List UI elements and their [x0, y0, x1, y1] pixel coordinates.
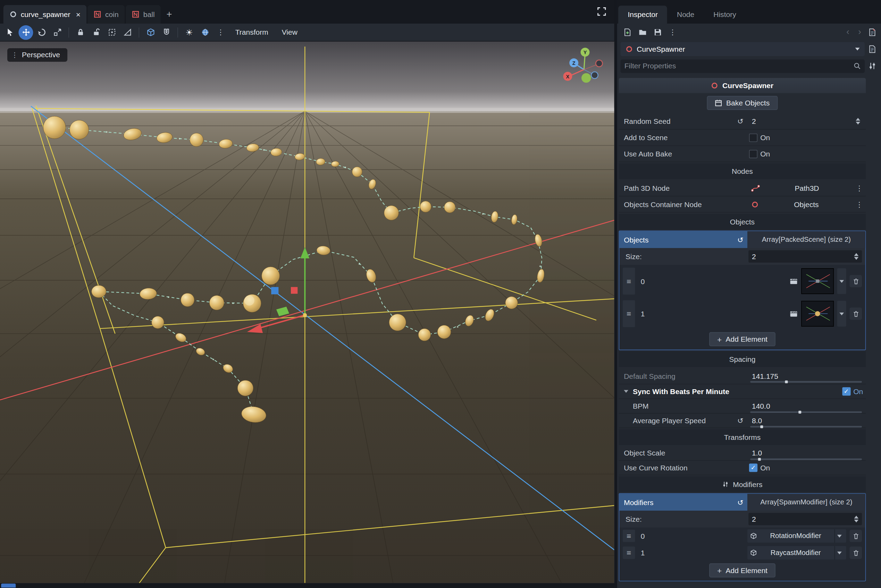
load-resource-button[interactable]	[636, 26, 649, 39]
tab-node[interactable]: Node	[667, 6, 704, 24]
slider-track[interactable]	[750, 411, 862, 413]
tab-history[interactable]: History	[704, 6, 746, 24]
filter-properties-field[interactable]	[620, 59, 865, 73]
group-header-nodes[interactable]: Nodes	[619, 164, 866, 179]
bake-objects-button[interactable]: Bake Objects	[707, 96, 777, 110]
add-element-button[interactable]: +Add Element	[709, 332, 775, 346]
rotation-modifier-resource[interactable]: RotationModifier	[747, 529, 846, 543]
tab-inspector[interactable]: Inspector	[618, 6, 668, 24]
path3d-node-assign-button[interactable]: Path3D	[749, 181, 853, 195]
unlock-button[interactable]	[89, 25, 104, 39]
environment-toggle[interactable]	[197, 25, 212, 39]
perspective-menu-button[interactable]: ⋮ Perspective	[7, 48, 67, 62]
viewport-menu-button[interactable]: ⋮	[213, 25, 228, 39]
group-header-modifiers[interactable]: Modifiers	[619, 476, 866, 492]
resource-picker[interactable]: CurveSpawner	[620, 42, 865, 56]
property-row-default-spacing: Default Spacing 141.175	[619, 368, 866, 384]
sync-bpm-checkbox[interactable]: ✓	[842, 387, 851, 396]
delete-element-button[interactable]	[849, 275, 862, 288]
bpm-input[interactable]: 140.0	[749, 399, 863, 413]
drag-handle[interactable]: ≡	[623, 300, 635, 327]
save-resource-button[interactable]	[651, 26, 665, 39]
local-space-toggle[interactable]	[143, 25, 158, 39]
node-options-icon[interactable]: ⋮	[855, 200, 863, 208]
drag-handle[interactable]: ≡	[623, 530, 635, 542]
spinner-icon[interactable]	[855, 118, 860, 124]
revert-icon[interactable]: ↺	[737, 498, 744, 507]
resource-options-icon[interactable]: ⋮	[666, 26, 679, 39]
use-curve-rotation-checkbox[interactable]: ✓	[749, 464, 758, 472]
scene-tab-ball[interactable]: ball	[126, 5, 161, 24]
collapse-chevron-icon[interactable]	[624, 390, 628, 393]
element-dropdown[interactable]	[834, 546, 843, 560]
sun-toggle[interactable]: ☀	[182, 25, 197, 39]
tab-close-icon[interactable]: ×	[76, 10, 81, 19]
group-button[interactable]	[104, 25, 119, 39]
lock-button[interactable]	[73, 25, 87, 39]
edit-resource-icon[interactable]	[866, 42, 879, 56]
slider-track[interactable]	[750, 458, 862, 460]
average-player-speed-input[interactable]: 8.0	[749, 414, 863, 428]
slider-track[interactable]	[750, 426, 862, 428]
add-to-scene-checkbox[interactable]	[749, 133, 758, 141]
filter-properties-input[interactable]	[624, 62, 854, 70]
modifiers-icon	[722, 481, 729, 488]
revert-icon[interactable]: ↺	[737, 236, 744, 244]
history-back-icon[interactable]: ‹	[843, 27, 853, 37]
element-dropdown[interactable]	[837, 301, 846, 326]
use-auto-bake-checkbox[interactable]	[749, 150, 758, 158]
objects-array-type-button[interactable]: Array[PackedScene] (size 2)	[747, 231, 865, 248]
view-axis-gizmo[interactable]: Y Z X	[559, 45, 609, 94]
scene-tab-curve-spawner[interactable]: curve_spawner ×	[3, 5, 87, 24]
viewport-3d-scene[interactable]	[0, 42, 614, 583]
drag-handle[interactable]: ≡	[623, 547, 635, 559]
group-header-spacing[interactable]: Spacing	[619, 351, 866, 367]
modifiers-array-type-button[interactable]: Array[SpawnModifier] (size 2)	[747, 494, 865, 511]
add-element-button[interactable]: +Add Element	[709, 563, 775, 577]
group-header-objects[interactable]: Objects	[619, 214, 866, 229]
history-forward-icon[interactable]: ›	[855, 27, 865, 37]
delete-element-button[interactable]	[849, 530, 862, 542]
modifiers-array-property[interactable]: Modifiers ↺	[619, 494, 747, 511]
rotate-tool-button[interactable]	[35, 25, 49, 39]
objects-array-property[interactable]: Objects ↺	[619, 231, 747, 248]
spinner-icon[interactable]	[854, 253, 858, 260]
modifiers-array-size-input[interactable]: 2	[749, 513, 862, 525]
objects-array-size-input[interactable]: 2	[749, 250, 862, 262]
scene-preview-thumbnail[interactable]	[801, 268, 834, 294]
ruler-button[interactable]	[120, 25, 135, 39]
random-seed-input[interactable]: 2	[749, 114, 863, 128]
scale-tool-button[interactable]	[50, 25, 65, 39]
objects-container-assign-button[interactable]: Objects	[749, 197, 853, 211]
spinner-icon[interactable]	[854, 516, 858, 522]
scene-icon	[94, 11, 101, 18]
delete-element-button[interactable]	[849, 308, 862, 320]
element-dropdown[interactable]	[837, 268, 846, 294]
slider-track[interactable]	[750, 381, 862, 382]
snap-toggle[interactable]	[159, 25, 174, 39]
element-dropdown[interactable]	[834, 529, 843, 543]
resource-name: CurveSpawner	[637, 45, 851, 53]
distraction-free-icon[interactable]	[597, 7, 606, 16]
online-docs-icon[interactable]	[866, 26, 879, 39]
group-header-transforms[interactable]: Transforms	[619, 429, 866, 445]
node-options-icon[interactable]: ⋮	[855, 184, 863, 192]
transform-menu[interactable]: Transform	[229, 25, 275, 39]
default-spacing-input[interactable]: 141.175	[749, 369, 863, 382]
revert-icon[interactable]: ↺	[737, 416, 744, 424]
delete-element-button[interactable]	[849, 547, 862, 559]
move-tool-button[interactable]	[18, 25, 33, 39]
raycast-modifier-resource[interactable]: RaycastModifier	[747, 546, 846, 560]
scene-preview-thumbnail[interactable]	[801, 301, 834, 326]
view-menu[interactable]: View	[276, 25, 304, 39]
select-tool-button[interactable]	[3, 25, 17, 39]
revert-icon[interactable]: ↺	[737, 117, 744, 125]
drag-handle[interactable]: ≡	[623, 268, 635, 295]
bottom-panel-toggle[interactable]	[1, 584, 16, 587]
add-scene-tab-button[interactable]: +	[162, 5, 177, 24]
new-resource-button[interactable]	[620, 26, 634, 39]
property-tools-icon[interactable]	[866, 59, 879, 73]
viewport-3d[interactable]: ⋮ Perspective Y Z X	[0, 42, 614, 583]
scene-tab-coin[interactable]: coin	[88, 5, 125, 24]
object-scale-input[interactable]: 1.0	[749, 447, 863, 460]
